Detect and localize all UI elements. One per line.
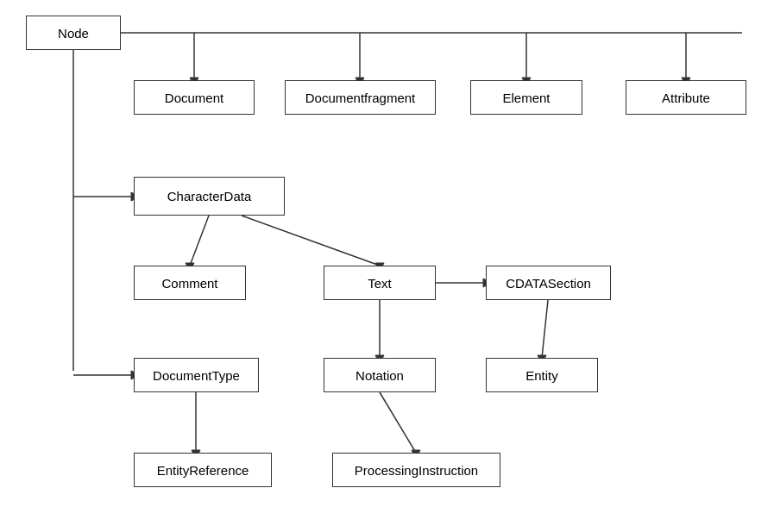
entity-box: Entity [486,358,598,392]
text-box: Text [324,266,436,300]
element-box: Element [470,80,582,115]
processinginstruction-box: ProcessingInstruction [332,453,500,487]
diagram: Node Document Documentfragment Element A… [0,0,774,532]
documentfragment-box: Documentfragment [285,80,436,115]
svg-line-26 [542,300,548,358]
node-box: Node [26,16,121,50]
svg-line-24 [380,392,416,453]
characterdata-box: CharacterData [134,177,285,216]
documenttype-box: DocumentType [134,358,259,392]
svg-line-14 [242,216,380,266]
entityreference-box: EntityReference [134,453,272,487]
attribute-box: Attribute [626,80,746,115]
cdatasection-box: CDATASection [486,266,611,300]
document-box: Document [134,80,255,115]
svg-line-12 [190,216,209,266]
comment-box: Comment [134,266,246,300]
notation-box: Notation [324,358,436,392]
